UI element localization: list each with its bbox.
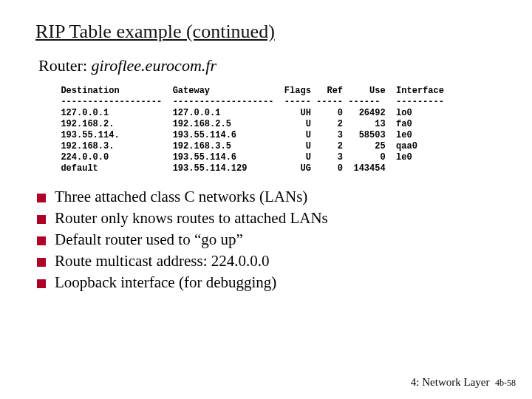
bullet-text: Default router used to “go up” [55,231,243,249]
bullet-text: Route multicast address: 224.0.0.0 [55,252,269,270]
list-item: Router only knows routes to attached LAN… [37,209,497,228]
list-item: Loopback interface (for debugging) [37,273,497,292]
bullet-text: Loopback interface (for debugging) [55,273,276,292]
slide-footer: 4: Network Layer 4b-58 [411,376,516,389]
slide-title: RIP Table example (continued) [35,21,497,43]
router-line: Router: giroflee.eurocom.fr [38,56,497,75]
square-bullet-icon [37,279,46,288]
router-label: Router: [38,56,92,75]
square-bullet-icon [37,215,46,224]
list-item: Route multicast address: 224.0.0.0 [37,252,497,270]
square-bullet-icon [37,258,46,267]
footer-page: 4b-58 [495,378,516,388]
footer-chapter: 4: Network Layer [411,376,490,388]
router-host: giroflee.eurocom.fr [92,56,216,75]
list-item: Default router used to “go up” [37,231,497,249]
rip-routing-table: Destination Gateway Flags Ref Use Interf… [50,86,497,174]
list-item: Three attached class C networks (LANs) [37,188,497,206]
bullet-list: Three attached class C networks (LANs)Ro… [37,188,497,292]
square-bullet-icon [37,194,46,202]
bullet-text: Three attached class C networks (LANs) [55,188,307,206]
bullet-text: Router only knows routes to attached LAN… [55,209,328,228]
square-bullet-icon [37,236,46,245]
